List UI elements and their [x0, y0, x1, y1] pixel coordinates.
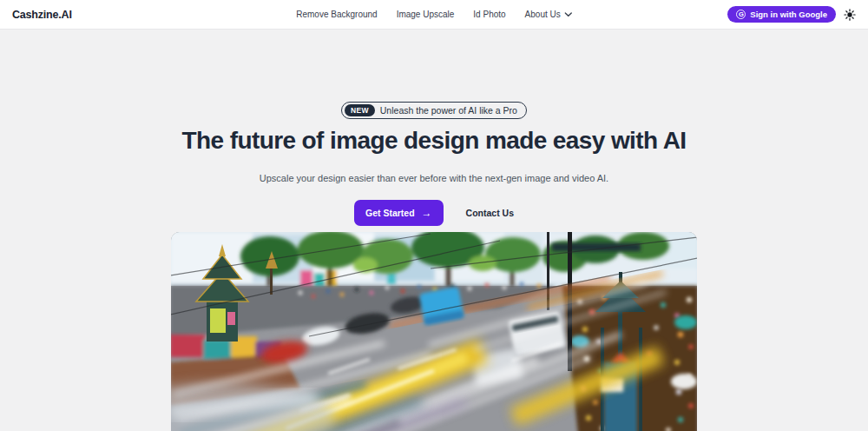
nav-remove-background[interactable]: Remove Background [296, 10, 377, 19]
chevron-down-icon [564, 12, 572, 17]
sign-in-with-google-button[interactable]: G Sign in with Google [727, 6, 836, 23]
get-started-label: Get Started [365, 208, 415, 218]
street-scene-illustration [171, 232, 697, 431]
sign-in-label: Sign in with Google [750, 10, 827, 19]
page-title: The future of image design made easy wit… [0, 127, 868, 155]
main-nav: Remove Background Image Upscale Id Photo… [296, 10, 572, 19]
hero-section: NEW Unleash the power of AI like a Pro T… [0, 30, 868, 431]
nav-label: Id Photo [473, 10, 505, 19]
get-started-button[interactable]: Get Started → [354, 200, 444, 226]
hero-image [171, 232, 697, 431]
nav-label: Image Upscale [397, 10, 455, 19]
arrow-right-icon: → [422, 207, 432, 219]
new-tag: NEW [345, 104, 375, 116]
google-icon: G [736, 10, 746, 19]
logo[interactable]: Cashzine.AI [12, 9, 72, 21]
new-feature-badge[interactable]: NEW Unleash the power of AI like a Pro [341, 102, 527, 119]
cta-row: Get Started → Contact Us [0, 200, 868, 226]
nav-label: About Us [525, 10, 561, 19]
nav-about-us[interactable]: About Us [525, 10, 572, 19]
nav-id-photo[interactable]: Id Photo [473, 10, 505, 19]
top-navigation-bar: Cashzine.AI Remove Background Image Upsc… [0, 0, 868, 30]
header-actions: G Sign in with Google [727, 6, 856, 23]
nav-label: Remove Background [296, 10, 377, 19]
badge-text: Unleash the power of AI like a Pro [380, 105, 517, 116]
sun-icon[interactable] [844, 9, 856, 21]
contact-us-button[interactable]: Contact Us [466, 208, 514, 218]
hero-subtitle: Upscale your design easier than ever bef… [0, 173, 868, 183]
nav-image-upscale[interactable]: Image Upscale [397, 10, 455, 19]
